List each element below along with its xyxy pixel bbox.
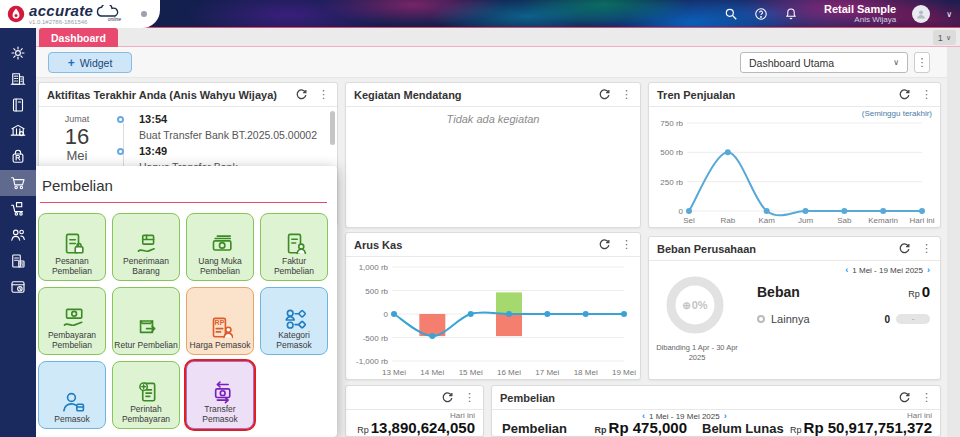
svg-text:Sel: Sel [683,216,695,225]
row-value: RpRp 475,000 [582,419,687,436]
tab-count-chevron-icon: ∨ [946,34,951,42]
status-value: RpRp 50,917,751,372 [790,419,932,436]
user-menu-chevron-icon[interactable]: ∨ [946,10,952,19]
activity-entry[interactable]: 13:54Buat Transfer Bank BT.2025.05.00002 [117,113,323,141]
add-widget-button[interactable]: + Widget [48,52,132,73]
kebab-menu-icon[interactable]: ⋮ [921,391,932,404]
currency-prefix: Rp [790,425,802,435]
svg-text:17 Mei: 17 Mei [535,368,559,377]
widget-title: Arus Kas [354,239,402,251]
timeline-dot-icon [117,116,124,123]
tab-count-dropdown[interactable]: 1 ∨ [933,30,956,45]
book-icon [9,96,27,114]
add-widget-label: Widget [80,57,113,69]
category-label: Lainnya [771,313,810,325]
kebab-menu-icon[interactable]: ⋮ [318,88,329,101]
help-icon[interactable] [754,7,768,21]
amount: Rp 475,000 [609,419,687,436]
person-box-icon [59,380,85,414]
tile-label: Transfer Pemasok [187,404,253,424]
sidebar-item-ledger[interactable] [0,92,36,118]
user-subname: Anis Wijaya [824,16,896,24]
kebab-menu-icon[interactable]: ⋮ [464,391,475,404]
timeline-dot-icon [117,148,124,155]
menu-tile-harga-pemasok[interactable]: RPHarga Pemasok [186,287,254,355]
compare-period-text: Dibanding 1 Apr - 30 Apr 2025 [649,343,745,363]
menu-tile-penerimaan-barang[interactable]: Penerimaan Barang [112,213,180,281]
beban-total-value: 0 [922,283,930,300]
kebab-menu-icon[interactable]: ⋮ [921,88,932,101]
svg-text:750 rb: 750 rb [660,119,683,128]
activity-month: Mei [53,149,101,163]
sidebar-item-contacts[interactable] [0,222,36,248]
svg-text:13 Mei: 13 Mei [382,368,406,377]
refresh-icon[interactable] [295,88,308,101]
tile-label: Perintah Pembayaran [113,404,179,424]
svg-text:Kemarin: Kemarin [868,216,898,225]
menu-tile-kategori-pemasok[interactable]: Kategori Pemasok [260,287,328,355]
page-scroll-gutter[interactable] [947,47,960,437]
accurate-logo: accurate v1.0.1#2786-1861546 online [0,0,160,28]
widget-title: Beban Perusahaan [657,243,756,255]
next-period-icon[interactable]: › [724,411,727,421]
notifications-bell-icon[interactable] [784,7,798,21]
sidebar-item-settings[interactable] [0,40,36,66]
box-clock-icon [9,278,27,296]
status-label: Belum Lunas [702,421,784,436]
widget-penjualan-hariini: ⋮ Hari ini Rp13,890,624,050 [345,385,484,437]
activity-time: 13:49 [139,145,323,157]
refresh-icon[interactable] [598,88,611,101]
tile-label: Pemasok [54,414,89,424]
sidebar-item-assets[interactable] [0,274,36,300]
donut-percent: 0% [692,299,708,311]
menu-tile-pembayaran-pembelian[interactable]: Pembayaran Pembelian [38,287,106,355]
amount: 13,890,624,050 [371,419,475,436]
kebab-menu-icon[interactable]: ⋮ [621,238,632,251]
activity-text: Buat Transfer Bank BT.2025.05.00002 [139,129,323,141]
menu-tile-faktur-pembelian[interactable]: Faktur Pembelian [260,213,328,281]
tab-dashboard[interactable]: Dashboard [39,28,118,47]
svg-text:Rab: Rab [720,216,735,225]
toolbar-kebab-menu[interactable]: ⋮ [914,52,930,73]
beban-section-title: Beban [757,284,800,300]
doc-cart-icon [59,222,85,256]
menu-tile-perintah-pembayaran[interactable]: Perintah Pembayaran [112,361,180,429]
sidebar-item-cash-bank[interactable] [0,118,36,144]
prev-period-icon[interactable]: ‹ [845,265,848,275]
kebab-menu-icon[interactable]: ⋮ [621,88,632,101]
dashboard-select[interactable]: Dashboard Utama ∨ [740,52,908,73]
currency-prefix: Rp [595,425,607,435]
menu-tile-transfer-pemasok[interactable]: Transfer Pemasok [186,361,254,429]
beban-category-row[interactable]: Lainnya0- [757,313,930,325]
refresh-icon[interactable] [898,391,911,404]
card-scrollbar[interactable] [330,111,335,145]
avatar[interactable] [912,5,930,23]
widget-tren-penjualan: Tren Penjualan ⋮ (Seminggu terakhir) 750… [648,82,941,228]
refresh-icon[interactable] [898,88,911,101]
menu-tile-pesanan-pembelian[interactable]: Pesanan Pembelian [38,213,106,281]
sidebar-item-sales[interactable] [0,144,36,170]
sidebar-item-reports[interactable] [0,248,36,274]
svg-text:500 rb: 500 rb [660,148,683,157]
kebab-menu-icon[interactable]: ⋮ [921,242,932,255]
refresh-icon[interactable] [441,391,454,404]
sidebar-item-company[interactable] [0,66,36,92]
accurate-flame-icon [7,5,25,23]
box-return-icon [133,306,159,340]
svg-text:0: 0 [384,310,389,319]
refresh-icon[interactable] [598,238,611,251]
search-icon[interactable] [724,7,738,21]
popup-title: Pembelian [30,166,337,202]
sidebar-item-inventory[interactable] [0,196,36,222]
chevron-down-icon: ∨ [893,58,899,67]
currency-prefix: Rp [357,425,369,435]
menu-tile-retur-pembelian[interactable]: Retur Pembelian [112,287,180,355]
period-link[interactable]: (Seminggu terakhir) [862,109,932,118]
menu-tile-uang-muka-pembelian[interactable]: Uang Muka Pembelian [186,213,254,281]
refresh-icon[interactable] [898,242,911,255]
next-period-icon[interactable]: › [927,265,930,275]
widget-pembelian-summary: Pembelian ⋮ ‹ 1 Mei - 19 Mei 2025 › Pemb… [491,385,941,437]
user-block[interactable]: Retail Sample Anis Wijaya [824,4,896,24]
menu-tile-pemasok[interactable]: Pemasok [38,361,106,429]
sidebar-item-purchase[interactable] [0,170,36,196]
